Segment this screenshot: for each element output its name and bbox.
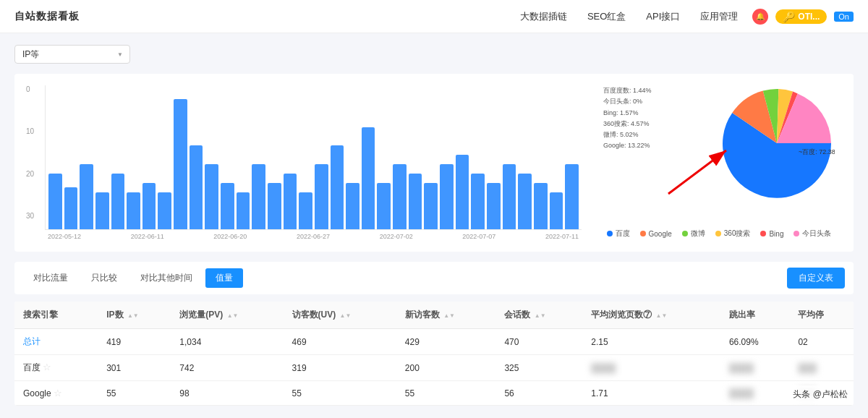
legend-bing: Bing [760, 229, 783, 239]
bar-3[interactable] [95, 192, 109, 229]
bar-32[interactable] [550, 192, 563, 229]
cell-avgpages-2: 1.71 [582, 381, 720, 406]
legend-dot-baidu [607, 231, 613, 236]
logo: 自站数据看板 [14, 10, 80, 23]
bar-6[interactable] [142, 183, 156, 229]
tab-compare-time[interactable]: 对比其他时间 [130, 268, 203, 288]
bar-5[interactable] [127, 192, 140, 229]
y-axis-labels: 30 20 10 0 [26, 85, 42, 220]
bar-30[interactable] [518, 174, 532, 229]
tab-compare-traffic[interactable]: 对比流量 [23, 268, 78, 288]
col-ip[interactable]: IP数 ▲▼ [98, 302, 171, 329]
bar-8[interactable] [174, 99, 187, 229]
cell-pv-0: 1,034 [171, 329, 283, 355]
cell-new-1: 200 [396, 355, 496, 381]
cell-sessions-1: 325 [495, 355, 582, 381]
bar-18[interactable] [331, 145, 344, 229]
pie-chart-area: 百度度数: 1.44% 今日头条: 0% Bing: 1.57% 360搜索: … [596, 85, 842, 239]
table-row: Google ☆ 55 98 55 55 56 1.71 ████ ███ [14, 381, 854, 406]
bar-27[interactable] [471, 174, 485, 229]
bar-25[interactable] [440, 164, 454, 229]
custom-table-button[interactable]: 自定义表 [787, 268, 845, 289]
bar-0[interactable] [48, 174, 62, 229]
col-avg-pages[interactable]: 平均浏览页数⑦ ▲▼ [582, 302, 720, 329]
legend-dot-google [640, 231, 646, 236]
legend-dot-toutiao [793, 231, 799, 236]
nav-api[interactable]: API接口 [646, 10, 680, 23]
bar-7[interactable] [158, 192, 171, 229]
legend-360: 360搜索 [715, 229, 751, 239]
col-pv[interactable]: 浏览量(PV) ▲▼ [171, 302, 283, 329]
header: 自站数据看板 大数据插链 SEO红盒 API接口 应用管理 🔔 🔑 OTI...… [0, 0, 868, 33]
cell-sessions-0: 470 [495, 329, 582, 355]
bar-1[interactable] [64, 187, 78, 229]
bar-15[interactable] [284, 174, 297, 229]
bar-11[interactable] [221, 183, 234, 229]
notification-icon[interactable]: 🔔 [752, 9, 768, 25]
coin-badge: 🔑 OTI... [775, 9, 827, 24]
bar-20[interactable] [362, 127, 375, 229]
cell-new-2: 55 [396, 381, 496, 406]
nav-seo[interactable]: SEO红盒 [587, 10, 626, 23]
bar-16[interactable] [299, 192, 312, 229]
table-body: 总计 419 1,034 469 429 470 2.15 66.09% 02 … [14, 329, 854, 406]
on-badge: On [834, 12, 854, 22]
filter-select[interactable]: IP等 [14, 45, 130, 64]
sort-new-icon: ▲▼ [443, 312, 455, 319]
col-new-visitors[interactable]: 新访客数 ▲▼ [396, 302, 496, 329]
tab-only-compare[interactable]: 只比较 [81, 268, 127, 288]
bar-26[interactable] [456, 155, 469, 229]
bar-23[interactable] [409, 174, 422, 229]
legend-weibo: 微博 [682, 229, 705, 239]
tab-value[interactable]: 值量 [205, 268, 243, 288]
data-table: 搜索引擎 IP数 ▲▼ 浏览量(PV) ▲▼ 访客数(UV) ▲▼ [14, 302, 854, 406]
col-bounce: 跳出率 [720, 302, 790, 329]
cell-avgpages-0: 2.15 [582, 329, 720, 355]
sort-uv-icon: ▲▼ [340, 312, 352, 319]
legend-toutiao: 今日头条 [793, 229, 831, 239]
pie-wrapper: 百度度数: 1.44% 今日头条: 0% Bing: 1.57% 360搜索: … [603, 85, 835, 223]
bar-9[interactable] [190, 145, 203, 229]
bar-chart [45, 85, 582, 230]
engine-link-0[interactable]: 总计 [23, 336, 41, 346]
cell-uv-2: 55 [284, 381, 396, 406]
bar-28[interactable] [487, 183, 501, 229]
bar-21[interactable] [377, 183, 391, 229]
bar-2[interactable] [80, 164, 93, 229]
col-uv[interactable]: 访客数(UV) ▲▼ [284, 302, 396, 329]
legend-google: Google [640, 229, 672, 239]
bar-10[interactable] [205, 164, 218, 229]
cell-sessions-2: 56 [495, 381, 582, 406]
bar-14[interactable] [268, 183, 281, 229]
bar-19[interactable] [346, 183, 359, 229]
col-engine: 搜索引擎 [14, 302, 98, 329]
bar-31[interactable] [534, 183, 548, 229]
col-sessions[interactable]: 会话数 ▲▼ [495, 302, 582, 329]
nav-app-mgmt[interactable]: 应用管理 [700, 10, 738, 23]
cell-pv-2: 98 [171, 381, 283, 406]
table-row: 总计 419 1,034 469 429 470 2.15 66.09% 02 [14, 329, 854, 355]
bar-29[interactable] [503, 164, 516, 229]
tabs-bar: 对比流量 只比较 对比其他时间 值量 自定义表 [14, 262, 854, 294]
pie-text-labels: 百度度数: 1.44% 今日头条: 0% Bing: 1.57% 360搜索: … [603, 85, 652, 152]
legend-dot-360 [715, 231, 721, 236]
bar-24[interactable] [424, 183, 438, 229]
star-icon-2[interactable]: ☆ [54, 388, 62, 398]
filter-select-wrapper[interactable]: IP等 [14, 45, 130, 64]
data-table-wrapper: 搜索引擎 IP数 ▲▼ 浏览量(PV) ▲▼ 访客数(UV) ▲▼ [14, 302, 854, 406]
cell-avgtime-2: ███ [789, 381, 854, 406]
sort-pv-icon: ▲▼ [227, 312, 239, 319]
bar-33[interactable] [565, 164, 579, 229]
filter-bar: IP等 [14, 45, 854, 64]
nav-big-data[interactable]: 大数据插链 [520, 10, 567, 23]
pie-legend: 百度 Google 微博 360搜索 Bing [607, 229, 832, 239]
bar-4[interactable] [111, 174, 125, 229]
bar-12[interactable] [237, 192, 250, 229]
star-icon-1[interactable]: ☆ [43, 362, 51, 372]
col-avg-time: 平均停 [789, 302, 854, 329]
bar-13[interactable] [252, 164, 265, 229]
bar-17[interactable] [315, 164, 328, 229]
bar-22[interactable] [393, 164, 407, 229]
x-axis-labels: 2022-05-12 2022-06-11 2022-06-20 2022-06… [45, 233, 582, 240]
chart-pie-area: 30 20 10 0 2022-05-12 2022-06-11 2022-06… [14, 74, 854, 252]
